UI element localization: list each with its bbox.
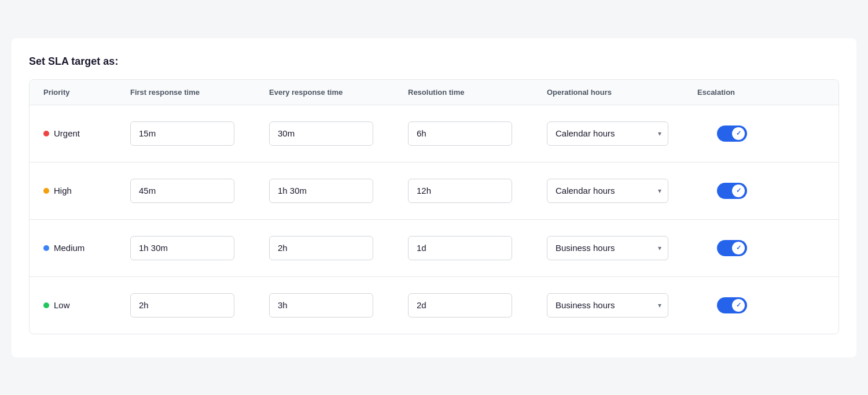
operational-cell-high: Calendar hours Business hours ▾ [547, 179, 697, 203]
table-row: Medium Calendar hours Business hours ▾ [30, 220, 838, 277]
operational-select-urgent[interactable]: Calendar hours Business hours [547, 121, 668, 146]
toggle-knob-low: ✓ [732, 299, 745, 312]
first-response-input-low[interactable] [130, 293, 234, 318]
escalation-toggle-high[interactable]: ✓ [717, 183, 747, 199]
toggle-check-icon-high: ✓ [736, 187, 741, 194]
priority-label-low: Low [54, 300, 70, 310]
toggle-check-icon-medium: ✓ [736, 244, 741, 252]
table-body: Urgent Calendar hours Business hours ▾ [30, 105, 838, 334]
header-every-response: Every response time [269, 88, 408, 97]
toggle-check-icon-urgent: ✓ [736, 130, 741, 137]
resolution-input-urgent[interactable] [408, 121, 512, 146]
priority-cell-urgent: Urgent [43, 128, 130, 138]
priority-cell-low: Low [43, 300, 130, 310]
first-response-cell-high [130, 179, 269, 203]
header-priority: Priority [43, 88, 130, 97]
operational-select-low[interactable]: Calendar hours Business hours [547, 293, 668, 318]
priority-cell-medium: Medium [43, 243, 130, 253]
resolution-cell-medium [408, 236, 547, 260]
priority-label-medium: Medium [54, 243, 84, 253]
priority-dot-low [43, 302, 49, 308]
toggle-knob-medium: ✓ [732, 242, 745, 254]
escalation-cell-medium: ✓ [697, 240, 767, 256]
first-response-input-medium[interactable] [130, 236, 234, 260]
operational-select-high[interactable]: Calendar hours Business hours [547, 179, 668, 203]
table-row: Urgent Calendar hours Business hours ▾ [30, 105, 838, 163]
every-response-cell-low [269, 293, 408, 318]
escalation-cell-low: ✓ [697, 297, 767, 313]
toggle-check-icon-low: ✓ [736, 301, 741, 309]
first-response-cell-urgent [130, 121, 269, 146]
escalation-toggle-low[interactable]: ✓ [717, 297, 747, 313]
first-response-input-urgent[interactable] [130, 121, 234, 146]
every-response-input-high[interactable] [269, 179, 373, 203]
resolution-input-medium[interactable] [408, 236, 512, 260]
priority-dot-urgent [43, 131, 49, 136]
priority-dot-high [43, 188, 49, 194]
first-response-input-high[interactable] [130, 179, 234, 203]
table-row: Low Calendar hours Business hours ▾ [30, 277, 838, 334]
priority-cell-high: High [43, 186, 130, 195]
table-row: High Calendar hours Business hours ▾ [30, 163, 838, 220]
every-response-input-urgent[interactable] [269, 121, 373, 146]
operational-cell-urgent: Calendar hours Business hours ▾ [547, 121, 697, 146]
every-response-cell-medium [269, 236, 408, 260]
resolution-input-low[interactable] [408, 293, 512, 318]
table-header: Priority First response time Every respo… [30, 80, 838, 105]
operational-select-wrapper-low: Calendar hours Business hours ▾ [547, 293, 668, 318]
every-response-input-low[interactable] [269, 293, 373, 318]
sla-table: Priority First response time Every respo… [29, 79, 839, 334]
operational-select-wrapper-high: Calendar hours Business hours ▾ [547, 179, 668, 203]
first-response-cell-medium [130, 236, 269, 260]
priority-label-urgent: Urgent [54, 128, 80, 138]
header-operational: Operational hours [547, 88, 697, 97]
operational-cell-medium: Calendar hours Business hours ▾ [547, 236, 697, 260]
escalation-cell-urgent: ✓ [697, 125, 767, 142]
header-first-response: First response time [130, 88, 269, 97]
operational-select-wrapper-urgent: Calendar hours Business hours ▾ [547, 121, 668, 146]
priority-dot-medium [43, 245, 49, 251]
escalation-toggle-medium[interactable]: ✓ [717, 240, 747, 256]
toggle-knob-urgent: ✓ [732, 127, 745, 140]
escalation-toggle-urgent[interactable]: ✓ [717, 125, 747, 142]
operational-select-medium[interactable]: Calendar hours Business hours [547, 236, 668, 260]
priority-label-high: High [54, 186, 72, 195]
header-escalation: Escalation [697, 88, 767, 97]
resolution-cell-high [408, 179, 547, 203]
resolution-cell-low [408, 293, 547, 318]
first-response-cell-low [130, 293, 269, 318]
resolution-input-high[interactable] [408, 179, 512, 203]
header-resolution: Resolution time [408, 88, 547, 97]
every-response-cell-high [269, 179, 408, 203]
escalation-cell-high: ✓ [697, 183, 767, 199]
every-response-input-medium[interactable] [269, 236, 373, 260]
operational-cell-low: Calendar hours Business hours ▾ [547, 293, 697, 318]
resolution-cell-urgent [408, 121, 547, 146]
page-title: Set SLA target as: [29, 56, 839, 68]
toggle-knob-high: ✓ [732, 184, 745, 197]
sla-container: Set SLA target as: Priority First respon… [12, 38, 856, 357]
every-response-cell-urgent [269, 121, 408, 146]
operational-select-wrapper-medium: Calendar hours Business hours ▾ [547, 236, 668, 260]
